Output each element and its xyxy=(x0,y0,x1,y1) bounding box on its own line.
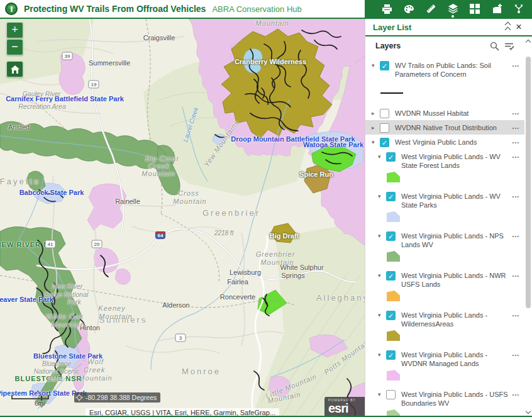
layer-item[interactable]: ▾✓West Virginia Public Lands - Wildernes… xyxy=(365,308,524,330)
layer-menu-button[interactable]: ••• xyxy=(510,138,521,145)
map-label: Mountain xyxy=(51,321,84,328)
collapse-caret-icon[interactable]: ▾ xyxy=(372,138,380,145)
map-label: Gorge National xyxy=(44,291,89,298)
map-label: New River xyxy=(52,282,82,290)
layer-item[interactable]: ▾West Virginia Public Lands - USFS Bound… xyxy=(365,387,524,409)
expand-caret-icon[interactable]: ▸ xyxy=(372,109,380,116)
map-label: Watoga State Park xyxy=(303,141,363,148)
legend-swatch xyxy=(365,370,524,387)
scroll-down-icon[interactable] xyxy=(526,409,531,414)
draw-icon[interactable] xyxy=(402,2,416,16)
map-canvas[interactable]: CraigsvilleSummersvilleAnstedRainelleLew… xyxy=(0,19,365,417)
layer-list-icon[interactable] xyxy=(446,2,460,16)
expand-caret-icon[interactable]: ▸ xyxy=(372,123,380,131)
header-toolbar xyxy=(365,0,532,18)
map-label: Fairlea xyxy=(227,278,248,286)
layer-item[interactable]: ▾✓West Virginia Public Lands - NWR USFS … xyxy=(365,268,524,291)
layer-label: West Virginia Public Lands - WildernessA… xyxy=(401,311,510,328)
legend-line-symbol xyxy=(365,81,524,106)
layer-visibility-checkbox[interactable]: ✓ xyxy=(386,152,396,162)
collapse-caret-icon[interactable]: ▾ xyxy=(378,390,386,398)
panel-scrollbar[interactable] xyxy=(525,39,531,416)
map-label: River xyxy=(48,375,64,382)
home-button[interactable] xyxy=(6,61,23,77)
layer-visibility-checkbox[interactable]: ✓ xyxy=(380,61,389,70)
crosshair-icon xyxy=(75,394,83,401)
layer-visibility-checkbox[interactable] xyxy=(386,390,396,399)
layer-label: West Virginia Public Lands - NPS Lands W… xyxy=(401,231,510,249)
layer-menu-button[interactable]: ••• xyxy=(510,350,521,358)
layer-label: West Virginia Public Lands - WV State Fo… xyxy=(401,152,510,170)
map-label: Cross xyxy=(178,189,199,197)
share-icon[interactable] xyxy=(512,2,526,16)
layer-menu-button[interactable]: ••• xyxy=(510,192,521,199)
layer-visibility-checkbox[interactable]: ✓ xyxy=(386,311,396,320)
layer-menu-button[interactable]: ••• xyxy=(510,123,521,131)
layer-menu-button[interactable]: ••• xyxy=(510,390,521,398)
layer-label: West Virginia Public Lands - USFS Bounda… xyxy=(401,390,510,408)
map-label: Summers xyxy=(99,315,148,325)
legend-swatch xyxy=(365,330,524,347)
collapse-caret-icon[interactable]: ▾ xyxy=(372,61,380,69)
map-label: Mountain xyxy=(255,19,289,27)
add-data-icon[interactable] xyxy=(490,2,504,16)
map-label: Gauley River xyxy=(23,90,61,97)
map-label: Craigsville xyxy=(143,34,175,42)
layer-item[interactable]: ▾✓West Virginia Public Lands - NPS Lands… xyxy=(365,228,524,251)
layer-menu-button[interactable]: ••• xyxy=(510,271,521,279)
scrollbar-thumb[interactable] xyxy=(526,57,531,308)
collapse-icon[interactable] xyxy=(502,21,513,33)
layer-visibility-checkbox[interactable]: ✓ xyxy=(386,271,396,281)
panel-title: Layer List xyxy=(373,23,502,32)
collapse-caret-icon[interactable]: ▾ xyxy=(378,311,386,318)
layer-item[interactable]: ▸WVDNR Mussel Habitat••• xyxy=(365,106,524,120)
zoom-controls: + − xyxy=(6,22,23,77)
collapse-caret-icon[interactable]: ▾ xyxy=(378,231,386,239)
layer-actions-icon[interactable] xyxy=(503,40,516,52)
search-icon[interactable] xyxy=(488,40,501,52)
zoom-in-button[interactable]: + xyxy=(6,22,23,38)
layer-visibility-checkbox[interactable] xyxy=(380,123,389,133)
collapse-caret-icon[interactable]: ▾ xyxy=(378,152,386,160)
map-label: Mountain xyxy=(99,313,132,320)
layer-label: West Virginia Public Lands - NWR USFS La… xyxy=(401,271,510,289)
layer-item[interactable]: ▾✓West Virginia Public Lands - WV State … xyxy=(365,189,524,211)
collapse-caret-icon[interactable]: ▾ xyxy=(378,192,386,199)
coordinate-widget[interactable]: -80.298 38.388 Degrees xyxy=(74,392,160,403)
layer-item[interactable]: ▾✓WV Trails on Public Lands: Soil Parame… xyxy=(365,58,524,81)
basemap-gallery-icon[interactable] xyxy=(468,2,482,16)
zoom-out-button[interactable]: − xyxy=(6,39,23,55)
map-label: Cranberry Wilderness xyxy=(235,58,306,65)
esri-logo: POWERED BY esri xyxy=(324,397,365,417)
map-label: Ansted xyxy=(8,123,30,131)
layer-menu-button[interactable]: ••• xyxy=(510,311,521,318)
close-icon[interactable]: × xyxy=(513,21,524,33)
layer-list-panel: Layer List × Layers ▾✓WV Trails on Publi… xyxy=(365,19,532,417)
map-label: 2218 ft xyxy=(214,230,234,236)
map-label: Mountain xyxy=(260,259,294,266)
map-label: Hinton xyxy=(80,324,100,331)
layer-item[interactable]: ▾✓West Virginia Public Lands - WVDNR Man… xyxy=(365,347,524,370)
map-label: National Scenic xyxy=(34,367,80,375)
layer-visibility-checkbox[interactable]: ✓ xyxy=(386,192,396,201)
layer-item[interactable]: ▸WVDNR Native Trout Distribution••• xyxy=(365,120,524,135)
map-label: Laurel Creek xyxy=(182,106,199,143)
route-shield: 39 xyxy=(62,52,73,60)
layer-menu-button[interactable]: ••• xyxy=(510,109,521,116)
layer-visibility-checkbox[interactable]: ✓ xyxy=(386,350,396,360)
map-attribution: Esri, CGIAR, USGS | VITA, Esri, HERE, Ga… xyxy=(86,408,279,417)
print-icon[interactable] xyxy=(380,2,394,16)
layer-menu-button[interactable]: ••• xyxy=(510,231,521,239)
layer-menu-button[interactable]: ••• xyxy=(510,61,521,69)
layer-visibility-checkbox[interactable]: ✓ xyxy=(380,138,389,147)
collapse-caret-icon[interactable]: ▾ xyxy=(378,350,386,358)
layer-menu-button[interactable]: ••• xyxy=(510,152,521,160)
layer-visibility-checkbox[interactable] xyxy=(380,109,389,118)
layer-item[interactable]: ▾✓West Virginia Public Lands - WV State … xyxy=(365,149,524,172)
measure-icon[interactable] xyxy=(424,2,438,16)
scroll-up-icon[interactable] xyxy=(526,40,531,45)
layer-item[interactable]: ▾✓West Virginia Public Lands••• xyxy=(365,135,524,149)
map-label: Beaver State Park xyxy=(0,296,53,303)
collapse-caret-icon[interactable]: ▾ xyxy=(378,271,386,279)
layer-visibility-checkbox[interactable]: ✓ xyxy=(386,231,396,241)
